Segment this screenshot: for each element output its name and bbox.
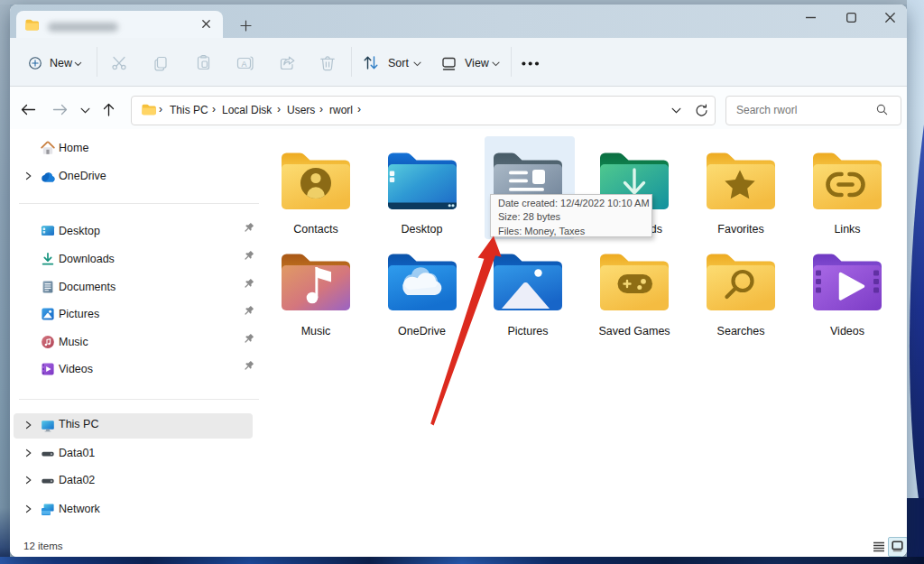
svg-text:A: A: [241, 60, 246, 69]
